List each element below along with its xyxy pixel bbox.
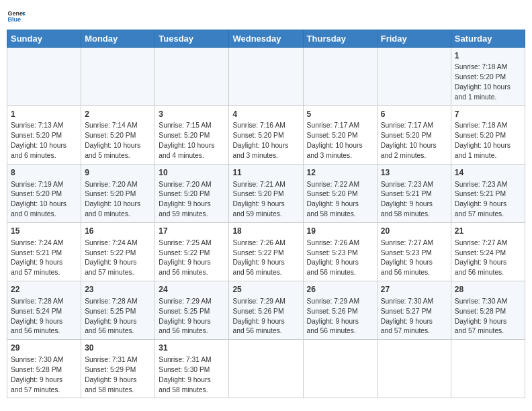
day-info: Sunset: 5:20 PM [307, 189, 373, 199]
week-row-3: 8Sunrise: 7:19 AMSunset: 5:20 PMDaylight… [7, 165, 525, 223]
day-info: Sunset: 5:21 PM [11, 248, 77, 259]
day-cell: 1Sunrise: 7:13 AMSunset: 5:20 PMDaylight… [7, 106, 81, 165]
day-info: Daylight: 9 hours [307, 317, 373, 327]
day-info: Daylight: 9 hours [85, 258, 151, 268]
day-info: Sunrise: 7:29 AM [307, 297, 373, 307]
day-cell: 31Sunrise: 7:31 AMSunset: 5:30 PMDayligh… [155, 340, 229, 398]
day-number: 12 [307, 167, 373, 179]
day-info: and 58 minutes. [307, 210, 373, 220]
day-number: 10 [159, 167, 225, 179]
day-cell: 21Sunrise: 7:27 AMSunset: 5:24 PMDayligh… [451, 223, 525, 281]
day-info: Daylight: 9 hours [159, 199, 225, 210]
day-info: and 1 minute. [455, 93, 521, 103]
week-row-6: 29Sunrise: 7:30 AMSunset: 5:28 PMDayligh… [7, 340, 525, 398]
day-number: 8 [11, 167, 77, 179]
day-number: 19 [307, 226, 373, 237]
day-info: and 3 minutes. [232, 151, 299, 161]
day-info: Sunrise: 7:26 AM [307, 238, 373, 248]
day-info: Daylight: 9 hours [11, 258, 77, 268]
day-header-saturday: Saturday [451, 30, 525, 48]
day-number: 26 [307, 284, 373, 295]
day-info: and 57 minutes. [11, 385, 77, 396]
day-info: Sunrise: 7:24 AM [85, 238, 151, 248]
day-info: Daylight: 9 hours [85, 317, 151, 327]
day-info: Sunrise: 7:18 AM [455, 62, 521, 73]
day-cell: 22Sunrise: 7:28 AMSunset: 5:24 PMDayligh… [7, 281, 81, 340]
day-info: Sunset: 5:24 PM [455, 248, 521, 259]
day-number: 25 [232, 284, 299, 295]
day-info: and 57 minutes. [11, 268, 77, 278]
day-info: Daylight: 10 hours [381, 141, 447, 151]
day-number: 23 [85, 284, 151, 295]
day-info: Sunset: 5:20 PM [381, 131, 447, 141]
day-cell [303, 48, 377, 106]
day-info: and 58 minutes. [85, 385, 151, 396]
day-header-monday: Monday [81, 30, 155, 48]
calendar-table: SundayMondayTuesdayWednesdayThursdayFrid… [7, 30, 525, 398]
day-info: Sunset: 5:20 PM [159, 131, 225, 141]
day-info: Sunrise: 7:29 AM [159, 297, 225, 307]
day-info: Daylight: 10 hours [11, 141, 77, 151]
day-info: Sunrise: 7:24 AM [11, 238, 77, 248]
day-cell [377, 340, 451, 398]
day-cell: 13Sunrise: 7:23 AMSunset: 5:21 PMDayligh… [377, 165, 451, 223]
day-info: Sunrise: 7:31 AM [159, 355, 225, 365]
day-cell: 24Sunrise: 7:29 AMSunset: 5:25 PMDayligh… [155, 281, 229, 340]
day-cell [229, 340, 303, 398]
day-info: Sunset: 5:22 PM [159, 248, 225, 259]
day-cell: 17Sunrise: 7:25 AMSunset: 5:22 PMDayligh… [155, 223, 229, 281]
day-cell: 10Sunrise: 7:20 AMSunset: 5:20 PMDayligh… [155, 165, 229, 223]
day-cell: 18Sunrise: 7:26 AMSunset: 5:22 PMDayligh… [229, 223, 303, 281]
day-number: 9 [85, 167, 151, 179]
day-info: Daylight: 9 hours [381, 317, 447, 327]
day-info: Sunrise: 7:30 AM [455, 297, 521, 307]
day-info: Sunset: 5:23 PM [307, 248, 373, 259]
day-info: Sunrise: 7:18 AM [455, 121, 521, 131]
day-info: Sunset: 5:20 PM [159, 189, 225, 199]
day-number: 20 [381, 226, 447, 237]
day-info: Sunset: 5:26 PM [307, 307, 373, 317]
day-info: and 4 minutes. [159, 151, 225, 161]
day-info: and 56 minutes. [159, 326, 225, 336]
day-number: 17 [159, 226, 225, 237]
header: General Blue [7, 7, 525, 26]
day-info: Sunset: 5:20 PM [85, 189, 151, 199]
day-info: Daylight: 9 hours [455, 199, 521, 210]
day-info: and 58 minutes. [381, 210, 447, 220]
day-cell: 1Sunrise: 7:18 AMSunset: 5:20 PMDaylight… [451, 48, 525, 106]
day-cell: 14Sunrise: 7:23 AMSunset: 5:21 PMDayligh… [451, 165, 525, 223]
day-cell: 23Sunrise: 7:28 AMSunset: 5:25 PMDayligh… [81, 281, 155, 340]
day-info: and 58 minutes. [159, 385, 225, 396]
calendar-container: General Blue SundayMondayTuesdayWednesda… [7, 7, 525, 398]
day-number: 30 [85, 342, 151, 354]
day-info: and 56 minutes. [85, 326, 151, 336]
header-row: SundayMondayTuesdayWednesdayThursdayFrid… [7, 30, 525, 48]
day-info: and 3 minutes. [307, 151, 373, 161]
week-row-4: 15Sunrise: 7:24 AMSunset: 5:21 PMDayligh… [7, 223, 525, 281]
day-cell [7, 48, 81, 106]
day-number: 31 [159, 342, 225, 354]
day-header-wednesday: Wednesday [229, 30, 303, 48]
day-info: and 56 minutes. [307, 268, 373, 278]
day-cell [451, 340, 525, 398]
day-info: Sunset: 5:28 PM [455, 307, 521, 317]
day-info: Sunset: 5:21 PM [455, 189, 521, 199]
day-info: Sunrise: 7:23 AM [455, 180, 521, 190]
day-info: Sunrise: 7:28 AM [85, 297, 151, 307]
day-info: Sunset: 5:22 PM [232, 248, 299, 259]
day-info: Sunrise: 7:25 AM [159, 238, 225, 248]
day-info: and 56 minutes. [232, 268, 299, 278]
day-info: and 57 minutes. [85, 268, 151, 278]
day-info: Sunset: 5:21 PM [381, 189, 447, 199]
day-number: 5 [307, 109, 373, 120]
day-info: and 56 minutes. [455, 268, 521, 278]
day-number: 4 [232, 109, 299, 120]
day-info: Daylight: 9 hours [381, 258, 447, 268]
day-number: 28 [455, 284, 521, 295]
day-number: 6 [381, 109, 447, 120]
day-info: Sunset: 5:25 PM [85, 307, 151, 317]
day-cell: 25Sunrise: 7:29 AMSunset: 5:26 PMDayligh… [229, 281, 303, 340]
day-info: Daylight: 9 hours [381, 199, 447, 210]
week-row-5: 22Sunrise: 7:28 AMSunset: 5:24 PMDayligh… [7, 281, 525, 340]
day-header-friday: Friday [377, 30, 451, 48]
